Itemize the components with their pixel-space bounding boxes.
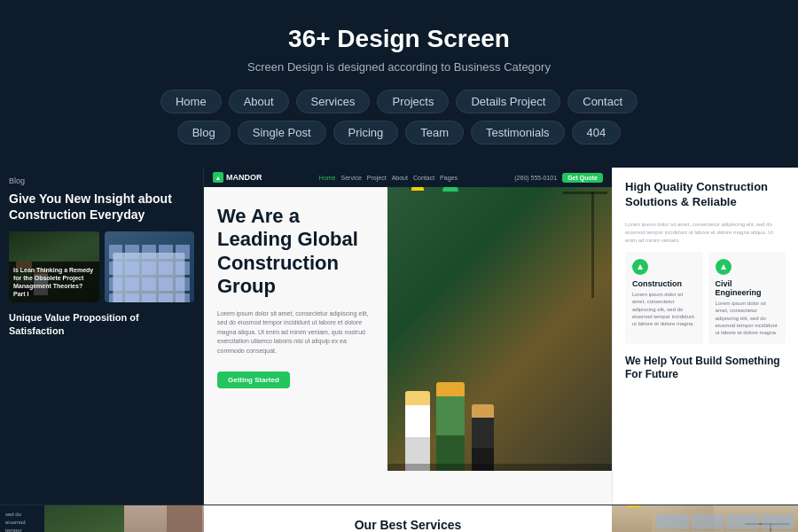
mandor-nav-contact[interactable]: Contact [413,175,434,181]
nav-pill-about[interactable]: About [229,90,289,113]
nav-pill-projects[interactable]: Projects [377,90,449,113]
service-card-desc: Lorem ipsum dolor sit amet, consectetur … [716,300,779,337]
hero-title: We Are a Leading Global Construction Gro… [217,205,374,299]
bottom-middle: Our Best Services Lorem ipsum dolor sit … [204,505,612,532]
bottom-right [612,505,798,532]
right-panel-lorem: Lorem ipsum dolor sit amet, consectetur … [625,221,786,245]
nav-pill-home[interactable]: Home [160,90,222,113]
service-card-desc: Lorem ipsum dolor sit amet, consectetur … [632,291,696,328]
get-quote-button[interactable]: Get Quote [562,173,603,183]
header-section: 36+ Design Screen Screen Design is desig… [0,0,798,168]
nav-pill-contact[interactable]: Contact [567,90,638,113]
bottom-img-col-2: 13 June 2021 [124,505,204,532]
subtitle: Screen Design is designed according to B… [18,60,780,74]
mandor-nav-about[interactable]: About [392,175,408,181]
nav-pill-single-post[interactable]: Single Post [238,121,326,145]
nav-pill-details-project[interactable]: Details Project [456,90,560,113]
hero-left: We Are a Leading Global Construction Gro… [204,187,387,471]
left-panel: Blog Give You New Insight about Construc… [0,168,204,505]
mandor-logo: ▲ MANDOR [213,172,262,183]
service-card-civil-engineering: Civil Engineering Lorem ipsum dolor sit … [708,252,786,344]
mandor-nav-pages[interactable]: Pages [440,175,458,181]
right-panel-subtitle: We Help Yout Build Something For Future [625,355,786,382]
service-card-icon [632,259,648,275]
service-card-title: Civil Engineering [716,279,779,297]
nav-pill-testimonials[interactable]: Testimonials [471,121,565,145]
value-prop: Unique Value Proposition of Satisfaction [9,311,194,337]
hero-right [387,187,612,471]
mandor-nav-project[interactable]: Project [367,175,387,181]
service-card-construction: Construction Lorem ipsum dolor sit amet,… [625,252,703,344]
sidebar-mini: sed do eiusmod temporincididunt ut labor… [0,505,44,532]
nav-pill-pricing[interactable]: Pricing [333,121,399,145]
nav-pill-services[interactable]: Services [296,90,371,113]
blog-card-2 [105,231,195,302]
phone: (260) 555-0101 [514,175,557,181]
nav-pill-team[interactable]: Team [405,121,464,145]
service-cards-grid: Construction Lorem ipsum dolor sit amet,… [625,252,786,344]
blog-heading: Give You New Insight about Construction … [9,191,194,223]
nav-pills-row-1: HomeAboutServicesProjectsDetails Project… [18,90,780,113]
main-title: 36+ Design Screen [18,25,780,53]
sidebar-mini-text: sed do eiusmod tempor [5,511,39,532]
mandor-nav: ▲ MANDOR HomeServiceProjectAboutContactP… [204,168,612,187]
service-card-icon [716,259,732,275]
hero-section: We Are a Leading Global Construction Gro… [204,187,612,471]
bottom-img-col-1: 13 June 2021 [44,505,124,532]
mandor-nav-home[interactable]: Home [319,175,336,181]
hero-cta-button[interactable]: Getting Started [217,372,290,388]
logo-icon: ▲ [213,172,223,183]
preview-area: Blog Give You New Insight about Construc… [0,168,798,505]
right-panel: High Quality Construction Solutions & Re… [612,168,798,505]
services-title: Our Best Services [216,518,599,532]
hero-description: Lorem ipsum dolor sit amet, consectetur … [217,309,374,356]
nav-pills-row-2: BlogSingle PostPricingTeamTestimonials40… [18,121,780,145]
sidebar-text-1: sed do eiusmod temporincididunt ut labor… [5,511,39,532]
mandor-nav-service[interactable]: Service [341,175,362,181]
nav-pill-404[interactable]: 404 [572,121,622,145]
bottom-row: sed do eiusmod temporincididunt ut labor… [0,505,798,532]
service-card-title: Construction [632,279,696,288]
overlay-text: Is Lean Thinking a Remedy for the Obsole… [13,266,95,298]
bottom-left: sed do eiusmod temporincididunt ut labor… [0,505,204,532]
right-panel-title: High Quality Construction Solutions & Re… [625,180,786,210]
blog-label: Blog [9,176,194,185]
mandor-nav-links: HomeServiceProjectAboutContactPages [319,175,458,181]
mandor-nav-right: (260) 555-0101 Get Quote [514,173,603,183]
blog-card-1: Is Lean Thinking a Remedy for the Obsole… [9,231,99,302]
middle-panel: ▲ MANDOR HomeServiceProjectAboutContactP… [204,168,612,505]
nav-pill-blog[interactable]: Blog [177,121,231,145]
